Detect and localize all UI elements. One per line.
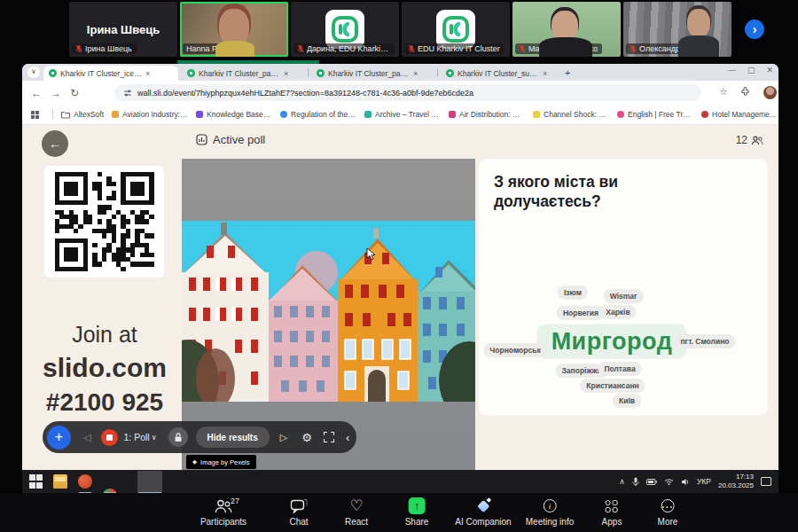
language-indicator[interactable]: УКР <box>697 477 711 486</box>
bookmark-item[interactable]: Air Distribution: Wh... <box>449 110 525 119</box>
wordcloud-chip: Кристиансанн <box>580 379 645 393</box>
participant-tile[interactable]: Maksym Kirichenko <box>512 2 621 57</box>
wordcloud-chip: Ізюм <box>558 286 588 300</box>
participants-count-badge: 27 <box>231 497 239 505</box>
slido-favicon <box>187 69 195 77</box>
bookmarks-divider <box>52 109 53 120</box>
wall-back-button[interactable]: ← <box>42 130 68 157</box>
bookmark-folder[interactable]: AltexSoft <box>61 110 104 119</box>
participant-name: EDU Kharkiv IT Cluster <box>418 44 500 53</box>
extensions-icon[interactable] <box>740 86 751 97</box>
windows-taskbar: ∧ УКР 17:13 20.03.2025 <box>22 470 778 493</box>
tab-close-icon[interactable]: × <box>413 69 418 78</box>
tab-icebreaker[interactable]: Kharkiv IT Cluster_icebreaker | P × <box>43 66 178 81</box>
tab-title: Kharkiv IT Cluster_part 2 | Prese <box>328 69 410 78</box>
tray-mic-icon[interactable] <box>632 477 639 487</box>
bookmark-item[interactable]: Aviation Industry: Al... <box>112 110 188 119</box>
bookmark-star-icon[interactable]: ☆ <box>719 86 728 98</box>
participants-button[interactable]: 27 Participants <box>200 497 246 527</box>
slide-dropdown-icon[interactable]: ∨ <box>152 434 157 442</box>
notification-center-icon[interactable] <box>761 477 771 486</box>
folder-icon <box>61 111 70 119</box>
bookmark-item[interactable]: Regulation of the A... <box>280 110 356 119</box>
settings-gear-icon[interactable]: ⚙ <box>301 431 312 444</box>
people-icon <box>751 136 763 145</box>
url-text: wall.sli.do/event/7hiyphpzqux4ehHLZtahE7… <box>137 89 473 98</box>
hide-results-button[interactable]: Hide results <box>196 426 270 448</box>
window-maximize-button[interactable]: ▢ <box>747 66 755 74</box>
tab-close-icon[interactable]: × <box>543 69 547 78</box>
tray-wifi-icon[interactable] <box>664 478 674 486</box>
meeting-info-button[interactable]: i Meeting info <box>526 497 574 527</box>
tab-summary[interactable]: Kharkiv IT Cluster_summary | P × <box>441 66 558 81</box>
join-at-text: Join at <box>26 322 184 348</box>
back-icon[interactable]: ← <box>31 87 42 99</box>
share-screen-icon: ↑ <box>409 497 426 514</box>
colorful-houses-photo <box>182 221 475 402</box>
file-explorer-icon[interactable] <box>53 474 67 489</box>
tab-close-icon[interactable]: × <box>145 69 150 78</box>
lock-voting-button[interactable] <box>168 427 188 447</box>
tab-part2[interactable]: Kharkiv IT Cluster_part 2 | Prese × <box>311 66 435 81</box>
react-button[interactable]: ♡ React <box>345 497 368 527</box>
participant-tile-active-speaker[interactable]: Hanna Filatova <box>180 2 288 57</box>
tab-part1[interactable]: Kharkiv IT Cluster_part 1 | Prese × <box>182 66 306 81</box>
participant-tile[interactable]: Олександр Оленич <box>623 2 732 57</box>
share-button[interactable]: ↑ Share <box>405 497 429 527</box>
tab-strip: ∨ Kharkiv IT Cluster_icebreaker | P × Kh… <box>22 64 778 81</box>
more-button[interactable]: ⋯ More <box>658 497 678 527</box>
next-participants-page-button[interactable]: › <box>745 20 764 39</box>
windows-start-button[interactable] <box>29 474 43 489</box>
tray-battery-icon[interactable] <box>646 478 657 486</box>
slido-favicon <box>317 69 325 77</box>
participant-tile[interactable]: Ірина Швець Ірина Швець <box>69 2 177 57</box>
tab-search-button[interactable]: ∨ <box>27 66 40 78</box>
fullscreen-icon[interactable] <box>324 432 334 442</box>
lock-icon <box>174 433 183 442</box>
wordcloud-chip: пгт. Смолино <box>674 334 735 348</box>
forward-icon[interactable]: → <box>51 87 61 99</box>
zoom-toolbar: 27 Participants ∧ Chat ∧ ♡ React ↑ Share… <box>0 493 798 532</box>
hidden-icons-chevron[interactable]: ∧ <box>619 477 625 486</box>
apps-button[interactable]: Apps <box>602 497 622 527</box>
powerpoint-icon[interactable] <box>78 474 92 489</box>
collapse-toolbar-icon[interactable]: ‹ <box>346 431 349 444</box>
bookmark-item[interactable]: Knowledge Base (W... <box>196 110 272 119</box>
bookmark-item[interactable]: Channel Shock: The... <box>533 110 609 119</box>
ai-companion-button[interactable]: AI Companion <box>455 497 511 527</box>
apps-icon <box>606 500 618 512</box>
new-tab-button[interactable]: + <box>565 67 570 78</box>
participant-tile[interactable]: Дарина, EDU Kharkiv I... <box>291 2 399 57</box>
participant-tile[interactable]: EDU Kharkiv IT Cluster <box>402 2 510 57</box>
participant-name: Олександр Оленич <box>639 44 710 53</box>
stop-poll-button[interactable] <box>101 429 118 446</box>
qr-code <box>44 166 164 278</box>
tray-speaker-icon[interactable] <box>681 478 690 486</box>
current-slide-label[interactable]: 1: Poll <box>123 432 149 442</box>
participant-name: Maksym Kirichenko <box>528 44 598 53</box>
tab-close-icon[interactable]: × <box>284 69 288 78</box>
more-icon: ⋯ <box>661 499 674 512</box>
wordcloud-chip: Полтава <box>598 362 641 376</box>
profile-avatar[interactable] <box>763 86 777 99</box>
bookmark-item[interactable]: Hotel Management... <box>701 110 778 119</box>
time-text: 17:13 <box>718 473 754 481</box>
next-slide-icon[interactable]: ▷ <box>280 432 287 443</box>
ai-sparkle-icon <box>477 500 489 512</box>
browser-toolbar: ← → ↻ wall.sli.do/event/7hiyphpzqux4ehHL… <box>22 81 778 105</box>
chat-button[interactable]: Chat <box>289 497 308 527</box>
previous-slide-icon[interactable]: ◁ <box>83 432 90 443</box>
apps-grid-icon[interactable] <box>31 111 39 119</box>
taskbar-clock[interactable]: 17:13 20.03.2025 <box>718 473 754 490</box>
bookmark-item[interactable]: English | Free Travel... <box>617 110 693 119</box>
address-bar[interactable]: wall.sli.do/event/7hiyphpzqux4ehHLZtahE7… <box>114 84 701 101</box>
reload-icon[interactable]: ↻ <box>70 87 79 99</box>
add-interaction-button[interactable]: + <box>47 426 71 450</box>
bookmark-item[interactable]: Archive – Travel Ind... <box>364 110 441 119</box>
window-close-button[interactable]: ✕ <box>766 66 773 74</box>
window-minimize-button[interactable]: — <box>728 66 736 74</box>
site-settings-icon[interactable] <box>123 89 132 98</box>
participant-name: Hanna Filatova <box>186 44 240 53</box>
share-label: Share <box>405 517 429 527</box>
muted-mic-icon <box>519 44 526 53</box>
